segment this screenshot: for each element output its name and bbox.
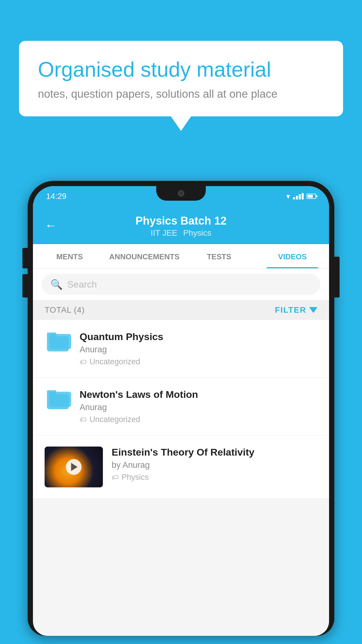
bubble-title: Organised study material bbox=[38, 57, 324, 82]
tag-icon: 🏷 bbox=[80, 416, 87, 424]
play-button[interactable] bbox=[66, 459, 82, 475]
folder-icon-wrapper bbox=[45, 332, 71, 351]
bubble-subtitle: notes, question papers, solutions all at… bbox=[38, 88, 324, 100]
battery-fill bbox=[308, 195, 313, 198]
tag-label: Uncategorized bbox=[89, 357, 140, 366]
video-thumbnail bbox=[45, 447, 103, 487]
notch bbox=[156, 186, 206, 201]
play-icon bbox=[71, 463, 78, 471]
video-author: Anurag bbox=[80, 345, 317, 354]
folder-icon bbox=[47, 390, 69, 409]
header-title: Physics Batch 12 bbox=[136, 215, 227, 227]
power-button bbox=[334, 262, 340, 298]
tab-tests[interactable]: TESTS bbox=[182, 244, 256, 268]
video-list: Quantum Physics Anurag 🏷 Uncategorized bbox=[33, 320, 329, 499]
video-author: Anurag bbox=[80, 402, 317, 412]
filter-label: FILTER bbox=[275, 305, 306, 315]
vol-down-button bbox=[22, 274, 28, 298]
speech-bubble: Organised study material notes, question… bbox=[19, 41, 343, 116]
app-header: ← Physics Batch 12 IIT JEE Physics bbox=[33, 206, 329, 244]
total-label: TOTAL (4) bbox=[45, 305, 85, 315]
video-tag: 🏷 Uncategorized bbox=[80, 415, 317, 424]
speech-bubble-section: Organised study material notes, question… bbox=[19, 41, 343, 116]
wifi-icon: ▾ bbox=[286, 192, 290, 201]
video-tag: 🏷 Uncategorized bbox=[80, 357, 317, 366]
search-icon: 🔍 bbox=[50, 279, 63, 290]
search-placeholder: Search bbox=[67, 279, 97, 290]
video-title: Quantum Physics bbox=[80, 331, 317, 342]
header-tag1: IIT JEE bbox=[151, 228, 177, 238]
video-info: Newton's Laws of Motion Anurag 🏷 Uncateg… bbox=[80, 389, 317, 424]
video-title: Einstein's Theory Of Relativity bbox=[112, 447, 317, 458]
tag-label: Physics bbox=[122, 473, 149, 482]
video-author: by Anurag bbox=[112, 460, 317, 470]
vol-up-button bbox=[22, 248, 28, 268]
video-title: Newton's Laws of Motion bbox=[80, 389, 317, 400]
list-item[interactable]: Newton's Laws of Motion Anurag 🏷 Uncateg… bbox=[33, 378, 329, 435]
phone-screen: 14:29 ▾ bbox=[33, 186, 329, 636]
tab-videos[interactable]: VIDEOS bbox=[256, 244, 329, 268]
header-subtitle: IIT JEE Physics bbox=[151, 228, 211, 238]
header-tag2: Physics bbox=[183, 228, 211, 238]
video-tag: 🏷 Physics bbox=[112, 473, 317, 482]
battery-icon bbox=[307, 194, 316, 199]
phone-mockup: 14:29 ▾ bbox=[28, 181, 334, 644]
camera bbox=[178, 190, 184, 197]
phone-outer: 14:29 ▾ bbox=[28, 181, 334, 636]
folder-icon bbox=[47, 332, 69, 351]
status-bar: 14:29 ▾ bbox=[33, 186, 329, 206]
search-input-wrapper[interactable]: 🔍 Search bbox=[42, 274, 320, 295]
tag-icon: 🏷 bbox=[80, 358, 87, 366]
tab-announcements[interactable]: ANNOUNCEMENTS bbox=[106, 244, 182, 268]
video-info: Quantum Physics Anurag 🏷 Uncategorized bbox=[80, 331, 317, 366]
list-item[interactable]: Quantum Physics Anurag 🏷 Uncategorized bbox=[33, 320, 329, 378]
tab-ments[interactable]: MENTS bbox=[33, 244, 106, 268]
tag-label: Uncategorized bbox=[89, 415, 140, 424]
back-button[interactable]: ← bbox=[45, 218, 57, 232]
list-item[interactable]: Einstein's Theory Of Relativity by Anura… bbox=[33, 435, 329, 499]
tag-icon: 🏷 bbox=[112, 473, 119, 482]
video-info: Einstein's Theory Of Relativity by Anura… bbox=[112, 447, 317, 482]
search-container: 🔍 Search bbox=[33, 269, 329, 300]
status-icons: ▾ bbox=[286, 192, 316, 201]
filter-icon bbox=[309, 307, 317, 313]
filter-button[interactable]: FILTER bbox=[275, 305, 317, 315]
signal-icon bbox=[293, 193, 304, 200]
status-time: 14:29 bbox=[46, 192, 66, 201]
tabs-bar: MENTS ANNOUNCEMENTS TESTS VIDEOS bbox=[33, 244, 329, 269]
filter-bar: TOTAL (4) FILTER bbox=[33, 300, 329, 320]
folder-icon-wrapper bbox=[45, 390, 71, 409]
